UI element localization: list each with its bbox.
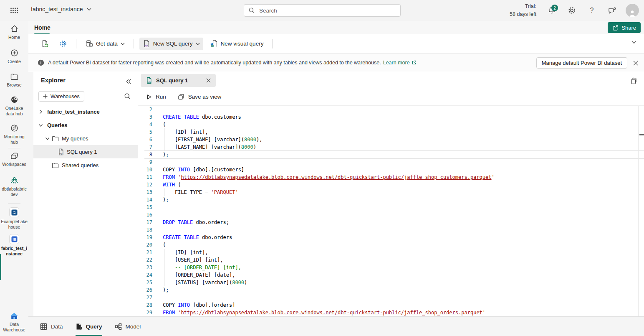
tree-item-my-queries[interactable]: My queries [33,132,138,145]
feedback-button[interactable] [605,4,619,17]
code-line[interactable]: 19CREATE TABLE dbo.orders [138,234,644,241]
refresh-script-icon [41,40,49,48]
search-input[interactable] [258,7,396,14]
help-button[interactable]: ? [585,4,599,17]
new-visual-query-button[interactable]: New visual query [207,38,267,50]
code-line[interactable]: 4( [138,121,644,128]
sidebar-item-create[interactable]: Create [0,48,28,64]
code-line[interactable]: 8); [138,151,644,158]
code-line[interactable]: 9 [138,158,644,166]
gear-icon [568,6,576,15]
chevron-right-icon[interactable] [38,109,43,114]
explorer-title: Explorer [41,77,66,84]
tree-item-shared-queries[interactable]: Shared queries [33,158,138,172]
external-link-icon [412,60,417,65]
code-line[interactable]: 24 [ORDER_DATE] [date], [138,271,644,279]
tab-label: SQL query 1 [156,77,188,84]
code-line[interactable]: 28COPY INTO [dbo].[orders] [138,301,644,309]
editor-scrollbar-track[interactable] [638,106,639,316]
code-line[interactable]: 7 [LAST_NAME] [varchar](8000) [138,143,644,151]
line-number: 5 [138,128,152,136]
chevron-down-icon[interactable] [45,136,50,141]
sidebar-item-workspaces[interactable]: Workspaces [0,152,28,167]
app-launcher-button[interactable] [8,4,21,17]
user-avatar[interactable] [626,4,639,17]
code-line[interactable]: 12WITH ( [138,181,644,188]
tree-item-label: My queries [62,135,88,142]
code-line[interactable]: 15 [138,204,644,211]
code-line[interactable]: 25 [STATUS] [varchar](8000) [138,279,644,286]
learn-more-link[interactable]: Learn more [383,60,417,66]
code-line[interactable]: 20( [138,241,644,249]
code-line[interactable]: 14); [138,196,644,204]
tab-query[interactable]: Query [76,317,102,336]
tab-home[interactable]: Home [34,21,51,34]
refresh-script-button[interactable] [38,38,52,50]
code-text: DROP TABLE dbo.orders; [163,219,229,226]
sidebar-item-data-warehouse[interactable]: Data Warehouse [0,312,28,333]
sidebar-item-monitoring-hub[interactable]: Monitoring hub [0,124,28,145]
toolbar-overflow-button[interactable] [631,41,636,44]
code-line[interactable]: 16 [138,211,644,219]
code-line[interactable]: 17DROP TABLE dbo.orders; [138,219,644,226]
code-line[interactable]: 23 -- [ORDER_DATE] [int], [138,264,644,271]
sidebar-item-browse[interactable]: Browse [0,73,28,88]
tree-item-sql-query-1[interactable]: SQL SQL query 1 [33,145,138,158]
collapse-panel-button[interactable] [124,77,133,86]
explorer-search-button[interactable] [124,93,131,100]
tab-model-label: Model [126,323,141,330]
code-line[interactable]: 6 [FIRST_NAME] [varchar](8000), [138,136,644,143]
save-as-view-button[interactable]: Save as view [178,94,222,100]
code-line[interactable]: 27 [138,294,644,301]
line-number: 25 [138,279,152,286]
chevron-down-icon[interactable] [38,123,43,127]
run-button[interactable]: Run [146,94,166,100]
new-sql-query-button[interactable]: SQL New SQL query [139,38,203,50]
copy-button[interactable] [629,76,638,85]
save-as-view-label: Save as view [188,94,222,100]
code-text: COPY INTO [dbo].[customers] [163,166,244,173]
code-line[interactable]: 26); [138,286,644,294]
workspace-name: fabric_test_instance [31,6,83,13]
banner-close-button[interactable] [631,59,640,68]
code-editor[interactable]: 23CREATE TABLE dbo.customers4(5 [ID] [in… [138,106,644,316]
settings-toolbar-button[interactable] [56,38,71,50]
notifications-button[interactable]: 2 [545,4,558,17]
code-line[interactable]: 11FROM 'https://dbtlabsynapsedatalake.bl… [138,173,644,181]
settings-button[interactable] [565,4,578,17]
code-line[interactable]: 5 [ID] [int], [138,128,644,136]
tab-data[interactable]: Data [40,317,63,336]
sidebar-item-fabric-test-instance[interactable]: fabric_test_instance [0,234,28,257]
close-icon [206,78,211,83]
line-number: 22 [138,256,152,264]
code-line[interactable]: 10COPY INTO [dbo].[customers] [138,166,644,173]
workspaces-icon [10,152,19,160]
code-text: ( [163,121,166,128]
sidebar-item-dbtlabsfabricdev[interactable]: dbtlabsfabricdev [0,176,28,197]
code-line[interactable]: 2 [138,106,644,113]
code-line[interactable]: 22 [USER_ID] [int], [138,256,644,264]
sidebar-item-examplelakehouse[interactable]: ExampleLakehouse [0,207,28,230]
code-line[interactable]: 13 FILE_TYPE = 'PARQUET' [138,188,644,196]
sidebar-item-onelake-data-hub[interactable]: OneLake data hub [0,95,28,117]
editor-scrollbar-marker[interactable] [639,134,644,135]
tab-sql-query-1[interactable]: SQL SQL query 1 [141,74,216,87]
tab-close-button[interactable] [206,78,211,83]
browse-folder-icon [10,73,19,81]
tree-item-queries[interactable]: Queries [33,118,138,132]
workspace-switcher[interactable]: fabric_test_instance [31,6,91,13]
share-button[interactable]: Share [608,22,641,33]
code-line[interactable]: 3CREATE TABLE dbo.customers [138,113,644,121]
tree-item-warehouse[interactable]: fabric_test_instance [33,105,138,118]
double-chevron-left-icon [126,79,131,84]
code-line[interactable]: 18 [138,226,644,234]
code-line[interactable]: 21 [ID] [int], [138,249,644,256]
get-data-button[interactable]: Get data [82,38,128,50]
search-box[interactable] [244,4,401,17]
tab-model[interactable]: Model [115,317,141,336]
manage-default-dataset-button[interactable]: Manage default Power BI dataset [536,57,627,69]
toolbar-divider [272,39,273,48]
code-line[interactable]: 29FROM 'https://dbtlabsynapsedatalake.bl… [138,309,644,316]
add-warehouses-button[interactable]: Warehouses [38,91,84,102]
sidebar-item-home[interactable]: Home [0,24,28,40]
